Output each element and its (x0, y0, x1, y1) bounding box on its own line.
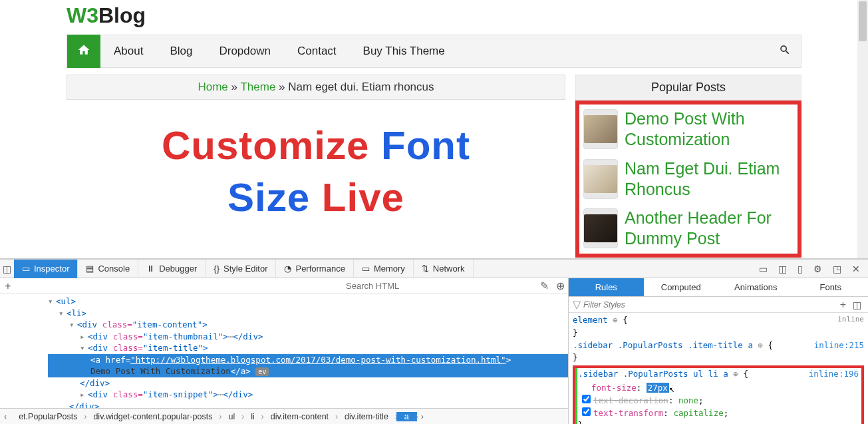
console-icon: ▤ (86, 264, 94, 274)
search-icon[interactable] (779, 44, 791, 59)
breadcrumb-path: ‹ et.PopularPosts div.widget-content.pop… (0, 408, 568, 424)
post-thumbnail[interactable] (583, 159, 618, 199)
popular-post-link[interactable]: Nam Eget Dui. Etiam Rhoncus (625, 158, 794, 200)
logo-w3: W3 (67, 3, 98, 27)
memory-icon: ▭ (362, 264, 370, 274)
prop-checkbox[interactable] (582, 407, 591, 416)
tab-performance[interactable]: ◔Performance (276, 260, 353, 278)
rtab-rules[interactable]: Rules (569, 278, 644, 296)
responsive-icon[interactable]: ▭ (756, 262, 770, 276)
crumb-item[interactable]: li (243, 412, 263, 421)
hero-word-1: Customize (162, 123, 369, 168)
popular-post-link[interactable]: Another Header For Dummy Post (625, 208, 794, 250)
selected-node[interactable]: <a href="http://w3blogtheme.blogspot.com… (48, 354, 568, 366)
popular-posts-highlight: Demo Post With Customization Nam Eget Du… (575, 101, 801, 258)
editing-value[interactable]: 27px (647, 383, 669, 393)
logo-blog: Blog (98, 3, 146, 27)
rtab-animations[interactable]: Animations (718, 278, 794, 296)
nav-dropdown[interactable]: Dropdown (206, 45, 284, 58)
highlighted-rule: .sidebar .PopularPosts ul li a ⊕ {inline… (573, 365, 864, 424)
debugger-icon: ⏸ (146, 264, 155, 274)
event-badge[interactable]: ev (255, 367, 269, 376)
inspector-icon: ▭ (22, 264, 30, 274)
split-icon[interactable]: ◫ (776, 262, 790, 276)
rule-source[interactable]: inline:196 (809, 368, 859, 381)
breadcrumb-current: Nam eget dui. Etiam rhoncus (288, 81, 434, 93)
breadcrumb-sep: » (279, 81, 285, 93)
filter-icon: ▽ (573, 298, 581, 311)
nav-blog[interactable]: Blog (156, 45, 206, 58)
close-icon[interactable]: ✕ (849, 262, 863, 276)
settings-icon[interactable]: ⚙ (811, 262, 825, 276)
hero-word-4: Live (322, 175, 404, 220)
perf-icon: ◔ (284, 264, 291, 274)
crumb-left-arrow[interactable]: ‹ (0, 412, 11, 421)
popular-post-link[interactable]: Demo Post With Customization (625, 108, 794, 150)
eyedropper-icon[interactable]: ⊕ (552, 280, 568, 292)
crumb-item-active[interactable]: a (396, 412, 417, 421)
popular-post-item: Another Header For Dummy Post (583, 208, 794, 250)
tab-debugger[interactable]: ⏸Debugger (138, 260, 206, 278)
popular-post-item: Nam Eget Dui. Etiam Rhoncus (583, 158, 794, 200)
breadcrumb-home[interactable]: Home (198, 81, 227, 93)
popout-icon[interactable]: ◳ (830, 262, 844, 276)
tab-console[interactable]: ▤Console (78, 260, 138, 278)
nav-home-button[interactable] (67, 35, 100, 68)
crumb-item[interactable]: div.item-title (337, 412, 396, 421)
home-icon (77, 43, 90, 60)
prop-checkbox[interactable] (582, 395, 591, 403)
crumb-item[interactable]: div.item-content (263, 412, 337, 421)
post-thumbnail[interactable] (583, 109, 618, 149)
hero-word-3: Size (227, 175, 310, 220)
rtab-fonts[interactable]: Fonts (794, 278, 869, 296)
sidebar: Popular Posts Demo Post With Customizati… (575, 75, 801, 258)
tab-inspector[interactable]: ▭Inspector (14, 260, 78, 278)
crumb-item[interactable]: div.widget-content.popular-posts (85, 412, 220, 421)
breadcrumb-theme[interactable]: Theme (240, 81, 275, 93)
main-nav: About Blog Dropdown Contact Buy This The… (67, 35, 801, 68)
nav-contact[interactable]: Contact (284, 45, 350, 58)
popular-post-item: Demo Post With Customization (583, 108, 794, 150)
inspector-left-pane: + ✎ ⊕ ▾<ul> ▾<li> ▾<div class="item-cont… (0, 278, 569, 424)
tab-style-editor[interactable]: {}Style Editor (206, 260, 276, 278)
toggle-pseudo-icon[interactable]: ◫ (850, 298, 864, 312)
filter-styles-input[interactable] (583, 300, 836, 310)
cursor-icon: ↖ (669, 382, 674, 396)
html-tree[interactable]: ▾<ul> ▾<li> ▾<div class="item-content"> … (0, 294, 568, 408)
css-rules[interactable]: element ⊕ {inline } .sidebar .PopularPos… (569, 313, 868, 424)
nav-buy[interactable]: Buy This Theme (350, 45, 458, 58)
rtab-computed[interactable]: Computed (644, 278, 719, 296)
hero-text: Customize Font Size Live (67, 120, 565, 224)
edit-icon[interactable]: ✎ (536, 280, 552, 292)
nav-about[interactable]: About (100, 45, 156, 58)
breadcrumb-sep: » (231, 81, 237, 93)
tab-memory[interactable]: ▭Memory (354, 260, 414, 278)
add-rule-icon[interactable]: + (836, 299, 850, 311)
hero-word-2: Font (381, 123, 470, 168)
crumb-item[interactable]: ul (220, 412, 243, 421)
post-thumbnail[interactable] (583, 208, 618, 248)
rule-source[interactable]: inline:215 (814, 339, 864, 352)
tab-network[interactable]: ⇅Network (414, 260, 474, 278)
dock-icon[interactable]: ▯ (795, 262, 805, 276)
style-icon: {} (214, 264, 219, 274)
devtools-panel: ◫ ▭Inspector ▤Console ⏸Debugger {}Style … (0, 258, 868, 424)
crumb-item[interactable]: et.PopularPosts (11, 412, 85, 421)
page-scrollbar[interactable] (857, 0, 868, 258)
add-element-icon[interactable]: + (0, 280, 16, 292)
crumb-right-arrow[interactable]: › (417, 412, 428, 421)
search-html-input[interactable] (342, 280, 536, 292)
sidebar-header: Popular Posts (575, 75, 801, 101)
site-logo[interactable]: W3Blog (67, 0, 868, 31)
inspector-right-pane: Rules Computed Animations Fonts ▽ + ◫ el… (569, 278, 868, 424)
iframe-picker-icon[interactable]: ◫ (0, 262, 14, 276)
rule-source[interactable]: inline (837, 314, 864, 327)
devtools-tabs: ◫ ▭Inspector ▤Console ⏸Debugger {}Style … (0, 260, 868, 278)
breadcrumb: Home » Theme » Nam eget dui. Etiam rhonc… (67, 75, 565, 100)
network-icon: ⇅ (422, 264, 429, 274)
